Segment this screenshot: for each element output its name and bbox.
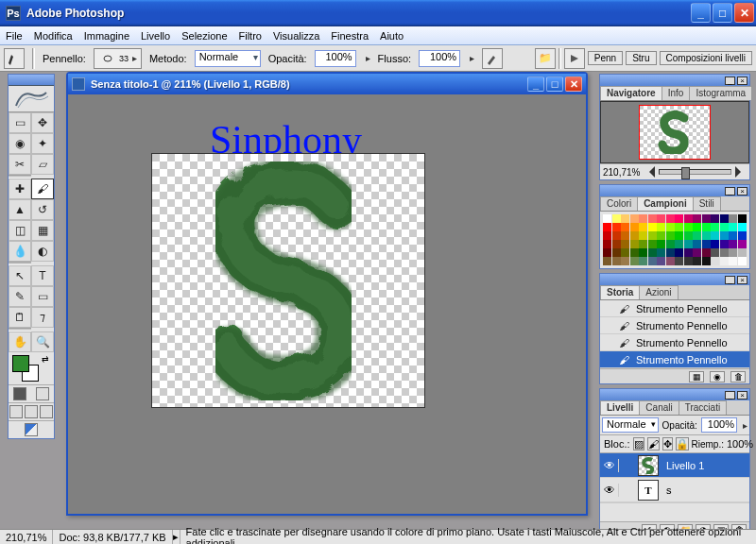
tab-info[interactable]: Info bbox=[662, 86, 691, 100]
layer-name[interactable]: s bbox=[662, 484, 672, 496]
brush-tool[interactable]: 🖌 bbox=[31, 178, 54, 199]
window-minimize-button[interactable]: _ bbox=[691, 3, 711, 23]
tab-styles[interactable]: Stili bbox=[693, 196, 721, 211]
canvas[interactable] bbox=[151, 153, 425, 408]
swatch[interactable] bbox=[693, 240, 701, 248]
swatch[interactable] bbox=[729, 240, 737, 248]
layers-panel-header[interactable]: _ × bbox=[600, 389, 749, 400]
panel-close-icon[interactable]: × bbox=[737, 76, 747, 85]
swatch[interactable] bbox=[603, 240, 611, 248]
swatch[interactable] bbox=[684, 214, 693, 223]
swatch[interactable] bbox=[702, 248, 711, 257]
swap-colors-icon[interactable]: ⇄ bbox=[42, 354, 49, 364]
swatch[interactable] bbox=[621, 248, 629, 257]
zoom-tool[interactable]: 🔍 bbox=[31, 332, 54, 352]
lasso-tool[interactable]: ◉ bbox=[9, 133, 31, 154]
swatch[interactable] bbox=[702, 231, 711, 240]
swatch[interactable] bbox=[612, 223, 621, 231]
gradient-tool[interactable]: ▦ bbox=[31, 220, 54, 241]
screen-full-button[interactable] bbox=[40, 405, 53, 418]
dodge-tool[interactable]: ◐ bbox=[31, 241, 54, 262]
swatch[interactable] bbox=[612, 231, 621, 240]
history-item[interactable]: 🖌Strumento Pennello bbox=[600, 300, 749, 317]
swatch[interactable] bbox=[621, 223, 629, 231]
window-close-button[interactable]: ✕ bbox=[734, 3, 754, 23]
swatch[interactable] bbox=[648, 257, 657, 265]
swatch[interactable] bbox=[720, 240, 729, 248]
swatch[interactable] bbox=[702, 257, 711, 265]
zoom-out-icon[interactable] bbox=[644, 166, 655, 178]
tab-swatches[interactable]: Campioni bbox=[637, 196, 694, 211]
type-tool[interactable]: T bbox=[31, 265, 54, 286]
swatch[interactable] bbox=[639, 231, 647, 240]
swatch[interactable] bbox=[648, 214, 657, 223]
swatch[interactable] bbox=[603, 248, 611, 257]
navigator-panel-header[interactable]: _ × bbox=[600, 75, 749, 86]
swatch[interactable] bbox=[720, 257, 729, 265]
magic-wand-tool[interactable]: ✦ bbox=[31, 133, 54, 154]
swatch[interactable] bbox=[612, 240, 621, 248]
tab-colors[interactable]: Colori bbox=[600, 196, 638, 211]
history-panel-header[interactable]: _ × bbox=[600, 274, 749, 285]
swatch[interactable] bbox=[675, 231, 683, 240]
well-tab-layercomps[interactable]: Composizioni livelli bbox=[660, 51, 752, 65]
swatch[interactable] bbox=[720, 223, 729, 231]
swatch[interactable] bbox=[720, 231, 729, 240]
swatch[interactable] bbox=[630, 248, 639, 257]
swatch[interactable] bbox=[603, 214, 611, 223]
tab-paths[interactable]: Tracciati bbox=[679, 400, 727, 415]
swatch[interactable] bbox=[621, 231, 629, 240]
swatch[interactable] bbox=[621, 257, 629, 265]
layer-thumbnail[interactable]: T bbox=[638, 480, 659, 501]
swatch[interactable] bbox=[639, 240, 647, 248]
screen-standard-button[interactable] bbox=[9, 405, 23, 418]
document-titlebar[interactable]: Senza titolo-1 @ 211% (Livello 1, RGB/8)… bbox=[68, 74, 586, 94]
layer-row[interactable]: 👁Ts bbox=[600, 478, 749, 502]
lock-all-icon[interactable]: 🔒 bbox=[676, 437, 689, 450]
swatch[interactable] bbox=[603, 223, 611, 231]
navigator-preview[interactable] bbox=[600, 101, 749, 163]
hand-tool[interactable]: ✋ bbox=[9, 332, 31, 352]
flow-input[interactable]: 100% bbox=[419, 50, 460, 67]
path-select-tool[interactable]: ↖ bbox=[9, 265, 31, 286]
swatch[interactable] bbox=[702, 223, 711, 231]
tab-actions[interactable]: Azioni bbox=[639, 285, 678, 299]
slice-tool[interactable]: ▱ bbox=[31, 154, 54, 175]
swatch[interactable] bbox=[711, 248, 719, 257]
move-tool[interactable]: ✥ bbox=[31, 112, 54, 133]
visibility-toggle-icon[interactable]: 👁 bbox=[600, 484, 619, 497]
swatch[interactable] bbox=[666, 214, 675, 223]
blur-tool[interactable]: 💧 bbox=[9, 241, 31, 262]
swatch[interactable] bbox=[720, 214, 729, 223]
swatch[interactable] bbox=[729, 223, 737, 231]
swatch[interactable] bbox=[675, 214, 683, 223]
well-tab-brushes[interactable]: Penn bbox=[588, 51, 623, 65]
swatch[interactable] bbox=[729, 214, 737, 223]
jump-to-imageready-button[interactable] bbox=[25, 423, 38, 436]
swatch[interactable] bbox=[693, 223, 701, 231]
swatch[interactable] bbox=[720, 248, 729, 257]
palette-well-toggle[interactable] bbox=[564, 48, 585, 69]
visibility-toggle-icon[interactable]: 👁 bbox=[600, 459, 619, 472]
layer-opacity-input[interactable]: 100% bbox=[701, 417, 737, 433]
well-tab-tools[interactable]: Stru bbox=[626, 51, 656, 65]
menu-help[interactable]: Aiuto bbox=[380, 30, 404, 42]
doc-close-button[interactable]: ✕ bbox=[565, 76, 582, 92]
history-item[interactable]: 🖌Strumento Pennello bbox=[600, 317, 749, 334]
swatch[interactable] bbox=[648, 223, 657, 231]
brush-preset-picker[interactable]: 33 ▸ bbox=[94, 48, 142, 69]
crop-tool[interactable]: ✂ bbox=[9, 154, 31, 175]
swatch[interactable] bbox=[729, 257, 737, 265]
history-brush-tool[interactable]: ↺ bbox=[31, 199, 54, 220]
swatch[interactable] bbox=[639, 248, 647, 257]
document-canvas-viewport[interactable]: Sinphony bbox=[68, 94, 586, 514]
menu-file[interactable]: File bbox=[6, 30, 23, 42]
swatch[interactable] bbox=[702, 240, 711, 248]
layer-blend-select[interactable]: Normale bbox=[602, 417, 659, 433]
eraser-tool[interactable]: ◫ bbox=[9, 220, 31, 241]
healing-brush-tool[interactable]: ✚ bbox=[9, 178, 31, 199]
swatch[interactable] bbox=[693, 231, 701, 240]
layer-thumbnail[interactable] bbox=[638, 455, 659, 476]
menu-window[interactable]: Finestra bbox=[331, 30, 369, 42]
swatch[interactable] bbox=[729, 248, 737, 257]
